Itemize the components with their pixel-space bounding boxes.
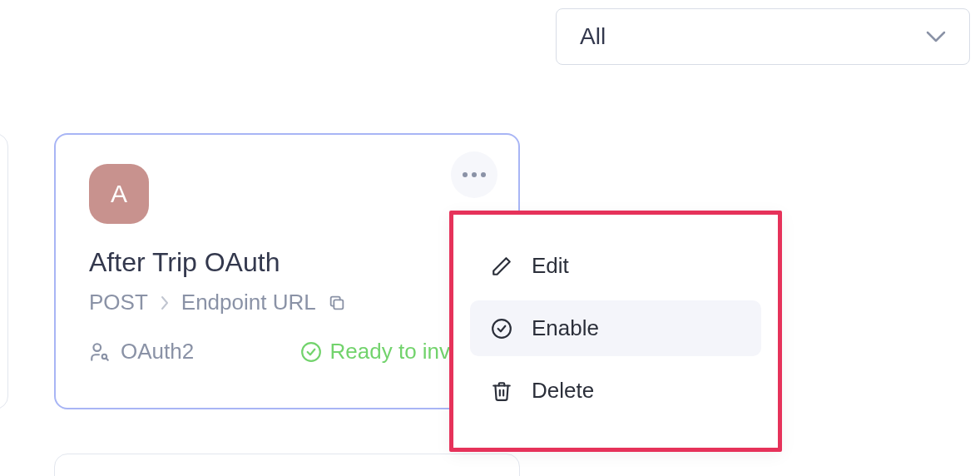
card-title: After Trip OAuth [89, 247, 485, 278]
auth-type-label: OAuth2 [121, 339, 194, 364]
svg-point-3 [302, 343, 320, 361]
check-circle-icon [490, 317, 513, 340]
auth-type: OAuth2 [89, 339, 194, 364]
check-circle-icon [300, 341, 322, 363]
card-footer: OAuth2 Ready to invoke [89, 339, 485, 364]
more-button[interactable] [451, 151, 497, 198]
endpoint-label: Endpoint URL [181, 290, 316, 315]
menu-item-label: Delete [532, 378, 594, 404]
svg-rect-0 [334, 300, 343, 309]
svg-point-1 [93, 344, 101, 351]
menu-item-edit[interactable]: Edit [470, 238, 761, 294]
adjacent-card-left [0, 133, 8, 409]
adjacent-card-bottom [54, 454, 520, 476]
pencil-icon [490, 255, 513, 278]
menu-item-label: Edit [532, 253, 569, 279]
chevron-right-icon [160, 295, 170, 310]
context-menu: Edit Enable Delete [449, 211, 782, 452]
filter-select[interactable]: All [556, 8, 970, 65]
filter-select-value: All [580, 23, 606, 50]
avatar-letter: A [111, 180, 127, 208]
http-method: POST [89, 290, 148, 315]
menu-item-label: Enable [532, 315, 599, 341]
dots-icon [463, 172, 486, 177]
user-key-icon [89, 341, 111, 363]
menu-item-enable[interactable]: Enable [470, 300, 761, 356]
svg-point-4 [492, 320, 511, 338]
menu-item-delete[interactable]: Delete [470, 363, 761, 419]
avatar: A [89, 164, 149, 224]
copy-icon[interactable] [328, 294, 346, 312]
trash-icon [490, 379, 513, 403]
card-subtitle: POST Endpoint URL [89, 290, 485, 315]
chevron-down-icon [926, 31, 946, 42]
